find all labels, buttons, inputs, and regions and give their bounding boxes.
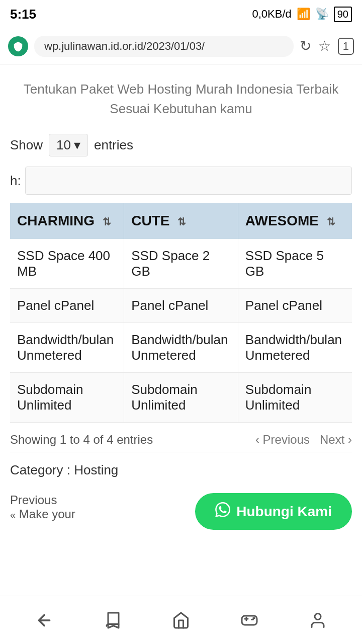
entries-label: entries [94, 137, 133, 153]
prev-post: Previous « Make your [10, 493, 75, 521]
back-button[interactable] [24, 605, 64, 635]
category-label: Category : [10, 462, 74, 477]
page-content: Tentukan Paket Web Hosting Murah Indones… [0, 64, 362, 483]
show-label: Show [10, 137, 43, 153]
sort-icon-charming: ⇅ [103, 216, 111, 228]
data-table: CHARMING ⇅ CUTE ⇅ AWESOME ⇅ SSD Space 40… [10, 203, 352, 422]
reload-button[interactable]: ↻ [300, 38, 311, 54]
cell-awesome-0: SSD Space 5 GB [238, 239, 352, 289]
search-input[interactable] [25, 167, 352, 195]
prev-post-text[interactable]: Make your [19, 507, 75, 521]
status-bar: 5:15 0,0KB/d 📶 📡 90 [0, 0, 362, 28]
status-time: 5:15 [10, 7, 36, 22]
wifi-icon: 📡 [315, 8, 329, 21]
cell-awesome-1: Panel cPanel [238, 289, 352, 323]
pagination-next-link[interactable]: Next › [320, 433, 352, 447]
whatsapp-button[interactable]: Hubungi Kami [195, 493, 352, 530]
browser-bar: wp.julinawan.id.or.id/2023/01/03/ ↻ ☆ 1 [0, 28, 362, 64]
col-header-charming[interactable]: CHARMING ⇅ [10, 203, 124, 239]
profile-button[interactable] [298, 605, 338, 635]
cell-charming-1: Panel cPanel [10, 289, 124, 323]
shield-icon [8, 36, 28, 56]
bottom-nav-area: Previous « Make your Hubungi Kami [0, 483, 362, 535]
table-row: Bandwidth/bulan UnmeteredBandwidth/bulan… [10, 323, 352, 373]
bookmark-star-button[interactable]: ☆ [318, 38, 331, 54]
browser-actions: ↻ ☆ 1 [300, 38, 354, 55]
cell-charming-0: SSD Space 400 MB [10, 239, 124, 289]
url-bar[interactable]: wp.julinawan.id.or.id/2023/01/03/ [34, 36, 294, 57]
table-row: Panel cPanelPanel cPanelPanel cPanel [10, 289, 352, 323]
col-header-cute[interactable]: CUTE ⇅ [124, 203, 238, 239]
prev-arrow-icon: « [10, 509, 16, 520]
tab-count[interactable]: 1 [338, 38, 354, 55]
bookmarks-button[interactable] [93, 605, 133, 635]
cell-cute-3: Subdomain Unlimited [124, 373, 238, 423]
cell-charming-2: Bandwidth/bulan Unmetered [10, 323, 124, 373]
cell-cute-2: Bandwidth/bulan Unmetered [124, 323, 238, 373]
svg-point-1 [315, 613, 321, 619]
pagination-row: Showing 1 to 4 of 4 entries ‹ Previous N… [10, 422, 352, 452]
battery-icon: 90 [334, 7, 352, 22]
chevron-down-icon: ▾ [74, 137, 80, 153]
prev-post-label: Previous [10, 493, 75, 507]
search-row: h: [10, 167, 352, 195]
whatsapp-label: Hubungi Kami [236, 504, 332, 520]
cell-awesome-3: Subdomain Unlimited [238, 373, 352, 423]
table-header-row: CHARMING ⇅ CUTE ⇅ AWESOME ⇅ [10, 203, 352, 239]
signal-icon: 📶 [297, 8, 310, 21]
cell-awesome-2: Bandwidth/bulan Unmetered [238, 323, 352, 373]
page-title: Tentukan Paket Web Hosting Murah Indones… [10, 79, 352, 119]
table-row: SSD Space 400 MBSSD Space 2 GBSSD Space … [10, 239, 352, 289]
entries-select[interactable]: 10 ▾ [49, 134, 88, 156]
sort-icon-awesome: ⇅ [327, 216, 335, 228]
show-entries-row: Show 10 ▾ entries [10, 134, 352, 156]
table-row: Subdomain UnlimitedSubdomain UnlimitedSu… [10, 373, 352, 423]
category-row: Category : Hosting [10, 452, 352, 483]
pagination-info: Showing 1 to 4 of 4 entries [10, 433, 153, 447]
home-button[interactable] [161, 605, 201, 635]
pagination-previous-link[interactable]: ‹ Previous [255, 433, 310, 447]
cell-charming-3: Subdomain Unlimited [10, 373, 124, 423]
category-value[interactable]: Hosting [74, 462, 118, 477]
sort-icon-cute: ⇅ [177, 216, 186, 228]
cell-cute-1: Panel cPanel [124, 289, 238, 323]
status-right: 0,0KB/d 📶 📡 90 [252, 7, 352, 22]
pagination-nav: ‹ Previous Next › [255, 433, 352, 447]
whatsapp-icon [215, 502, 230, 521]
search-label: h: [10, 173, 21, 189]
network-status: 0,0KB/d [252, 8, 291, 21]
device-bottom-bar [0, 596, 362, 644]
cell-cute-0: SSD Space 2 GB [124, 239, 238, 289]
gamepad-button[interactable] [229, 605, 269, 635]
svg-rect-0 [242, 616, 257, 625]
col-header-awesome[interactable]: AWESOME ⇅ [238, 203, 352, 239]
